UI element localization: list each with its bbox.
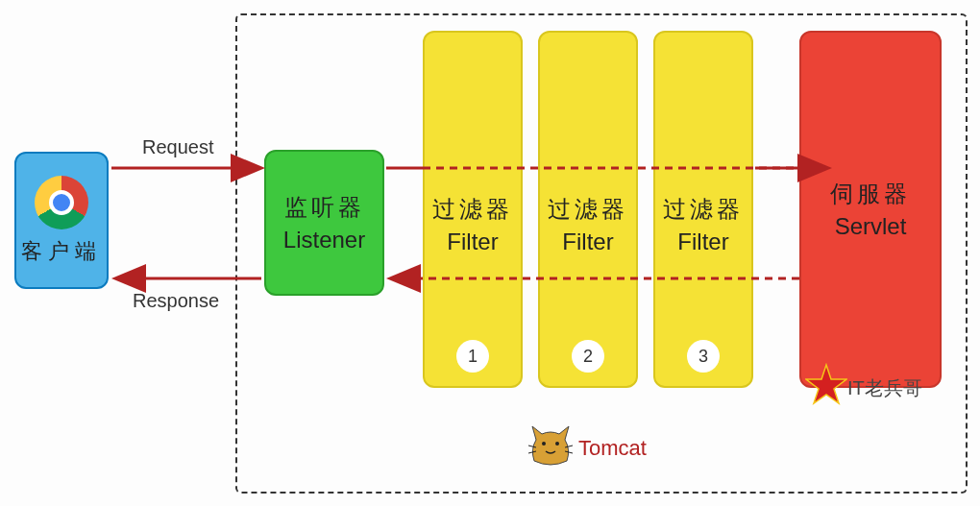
- servlet-box: 伺服器 Servlet: [799, 31, 942, 388]
- filter-box-2: 过滤器 Filter 2: [538, 31, 638, 388]
- servlet-label-cn: 伺服器: [830, 179, 911, 209]
- filter-2-badge: 2: [572, 340, 604, 373]
- filter-3-badge: 3: [687, 340, 720, 373]
- watermark-text: IT老兵哥: [847, 375, 922, 401]
- response-label: Response: [133, 290, 219, 312]
- chrome-icon: [35, 176, 88, 229]
- listener-label-cn: 监听器: [284, 192, 365, 223]
- filter-box-1: 过滤器 Filter 1: [423, 31, 523, 388]
- filter-1-label-en: Filter: [447, 229, 498, 255]
- tomcat-label: Tomcat: [578, 436, 647, 461]
- filter-3-label-cn: 过滤器: [663, 194, 744, 225]
- listener-label-en: Listener: [283, 227, 365, 253]
- filter-3-label-en: Filter: [677, 229, 728, 255]
- filter-1-text: 过滤器 Filter: [432, 194, 513, 255]
- tomcat-cat-icon: [527, 422, 575, 469]
- star-icon: [805, 363, 847, 405]
- filter-2-text: 过滤器 Filter: [548, 194, 628, 255]
- filter-1-label-cn: 过滤器: [432, 194, 513, 225]
- request-label: Request: [142, 136, 214, 158]
- servlet-label-en: Servlet: [835, 213, 907, 240]
- client-label: 客户端: [21, 237, 102, 266]
- chrome-inner-circle: [49, 190, 74, 215]
- svg-point-1: [555, 442, 559, 446]
- filter-box-3: 过滤器 Filter 3: [653, 31, 753, 388]
- svg-point-0: [542, 442, 546, 446]
- filter-1-badge: 1: [456, 340, 489, 373]
- listener-box: 监听器 Listener: [264, 150, 384, 296]
- client-box: 客户端: [14, 152, 109, 289]
- filter-3-text: 过滤器 Filter: [663, 194, 744, 255]
- filter-2-label-en: Filter: [562, 229, 613, 255]
- filter-2-label-cn: 过滤器: [548, 194, 628, 225]
